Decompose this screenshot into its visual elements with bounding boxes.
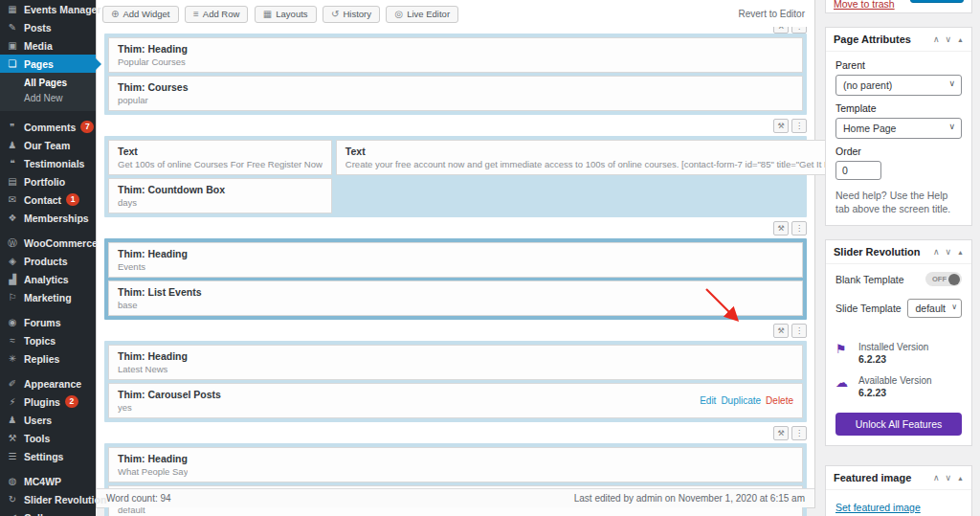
history-button[interactable]: ↺ History bbox=[323, 6, 380, 23]
add-row-button[interactable]: ≡ Add Row bbox=[185, 6, 248, 23]
widget-thim-courses[interactable]: Thim: Courses popular bbox=[108, 76, 803, 111]
widget-thim-list-events[interactable]: Thim: List Events base bbox=[108, 280, 803, 316]
sidebar-item-contact[interactable]: ✉ Contact 1 bbox=[0, 191, 96, 209]
row-controls: ⚒ ⋮ bbox=[104, 422, 807, 443]
sidebar-item-collapse-menu[interactable]: ◀ Collapse menu bbox=[0, 508, 96, 516]
panel-move-down-icon[interactable]: ∨ bbox=[945, 473, 951, 482]
widget-duplicate-link[interactable]: Duplicate bbox=[721, 395, 761, 406]
set-featured-image-link[interactable]: Set featured image bbox=[835, 502, 921, 513]
blank-template-toggle[interactable]: OFF bbox=[925, 272, 962, 286]
sidebar-item-label: Products bbox=[24, 256, 68, 267]
button-label: Add Widget bbox=[122, 9, 169, 19]
sidebar-item-label: Plugins bbox=[24, 396, 60, 408]
sidebar-item-appearance[interactable]: ✐ Appearance bbox=[0, 374, 96, 393]
wrench-icon: ⚒ bbox=[777, 122, 784, 130]
panel-toggle-icon[interactable]: ▲ bbox=[957, 36, 964, 43]
slide-template-select[interactable]: default ∨ bbox=[907, 299, 962, 318]
forums-icon: ◉ bbox=[6, 317, 19, 327]
row-wrench-button[interactable]: ⚒ bbox=[773, 119, 789, 133]
sidebar-item-analytics[interactable]: ▟ Analytics bbox=[0, 270, 96, 288]
bar-chart-icon: ▟ bbox=[6, 274, 19, 284]
widget-thim-heading[interactable]: Thim: Heading Popular Courses bbox=[108, 37, 803, 73]
button-label: Add Row bbox=[203, 9, 240, 19]
sidebar-item-memberships[interactable]: ❖ Memberships bbox=[0, 209, 96, 227]
sidebar-item-products[interactable]: ◈ Products bbox=[0, 252, 96, 270]
revert-to-editor-link[interactable]: Revert to Editor bbox=[739, 9, 805, 19]
sidebar-item-replies[interactable]: ✳ Replies bbox=[0, 349, 96, 368]
drag-handle-icon: ⋮ bbox=[795, 27, 803, 31]
sidebar-item-our-team[interactable]: ♟ Our Team bbox=[0, 136, 96, 154]
widget-title: Thim: Heading bbox=[118, 42, 188, 56]
help-text: Need help? Use the Help tab above the sc… bbox=[835, 189, 962, 215]
sidebar-item-marketing[interactable]: ⚐ Marketing bbox=[0, 288, 96, 306]
pencil-icon: ✎ bbox=[6, 22, 19, 33]
live-editor-button[interactable]: ◎ Live Editor bbox=[386, 6, 458, 23]
sidebar-item-events-manager[interactable]: ▦ Events Manager bbox=[0, 0, 96, 18]
layouts-button[interactable]: ▦ Layouts bbox=[255, 6, 317, 23]
widget-thim-heading[interactable]: Thim: Heading What People Say bbox=[108, 447, 803, 482]
sidebar-item-pages[interactable]: ❏ Pages bbox=[0, 55, 96, 73]
update-button[interactable]: Update bbox=[910, 0, 964, 3]
panel-move-up-icon[interactable]: ∧ bbox=[933, 247, 940, 257]
sidebar-item-posts[interactable]: ✎ Posts bbox=[0, 18, 96, 36]
sidebar-item-settings[interactable]: ☰ Settings bbox=[0, 447, 96, 465]
sidebar-item-topics[interactable]: ≈ Topics bbox=[0, 331, 96, 349]
sidebar-item-users[interactable]: ♟ Users bbox=[0, 411, 96, 429]
sidebar-item-testimonials[interactable]: ❝ Testimonials bbox=[0, 154, 96, 172]
sidebar-item-forums[interactable]: ◉ Forums bbox=[0, 313, 96, 331]
row-move-handle[interactable]: ⋮ bbox=[791, 27, 807, 34]
sidebar-item-woocommerce[interactable]: Ⓦ WooCommerce bbox=[0, 234, 96, 252]
row-wrench-button[interactable]: ⚒ bbox=[773, 27, 789, 34]
panel-move-down-icon[interactable]: ∨ bbox=[945, 247, 951, 257]
widget-thim-heading[interactable]: Thim: Heading Events bbox=[108, 242, 803, 278]
sidebar-item-portfolio[interactable]: ▤ Portfolio bbox=[0, 172, 96, 191]
sidebar-item-add-new[interactable]: Add New bbox=[0, 91, 96, 106]
sidebar-item-slider-revolution[interactable]: ↻ Slider Revolution bbox=[0, 490, 96, 508]
widget-thim-heading[interactable]: Thim: Heading Latest News bbox=[108, 345, 803, 380]
publish-box: Move to trash Update bbox=[825, 0, 972, 13]
installed-version-number: 6.2.23 bbox=[858, 353, 928, 366]
portfolio-icon: ▤ bbox=[6, 176, 19, 187]
move-to-trash-link[interactable]: Move to trash bbox=[834, 0, 895, 10]
sidebar-item-all-pages[interactable]: All Pages bbox=[0, 76, 96, 91]
sidebar-item-label: Portfolio bbox=[24, 176, 65, 188]
sidebar-item-media[interactable]: ▣ Media bbox=[0, 36, 96, 55]
widget-thim-carousel-posts[interactable]: Thim: Carousel Posts yes Edit Duplicate … bbox=[108, 383, 803, 418]
flag-icon: ⚑ bbox=[835, 342, 858, 356]
menu-separator bbox=[0, 306, 96, 313]
panel-toggle-icon[interactable]: ▲ bbox=[957, 475, 964, 482]
parent-select[interactable]: (no parent) ∨ bbox=[835, 75, 962, 96]
sidebar-item-mc4wp[interactable]: ◍ MC4WP bbox=[0, 472, 96, 490]
add-widget-button[interactable]: ⊕ Add Widget bbox=[102, 6, 179, 23]
panel-move-down-icon[interactable]: ∨ bbox=[945, 34, 951, 44]
panel-move-up-icon[interactable]: ∧ bbox=[933, 473, 940, 482]
widget-subtitle: days bbox=[118, 196, 225, 209]
template-select[interactable]: Home Page ∨ bbox=[835, 118, 962, 139]
order-input[interactable] bbox=[835, 161, 881, 180]
sidebar-item-tools[interactable]: ⚒ Tools bbox=[0, 429, 96, 447]
selected-value: default bbox=[915, 303, 946, 314]
woocommerce-icon: Ⓦ bbox=[6, 236, 19, 250]
admin-sidebar: ▦ Events Manager ✎ Posts ▣ Media ❏ Pages… bbox=[0, 0, 96, 516]
widget-subtitle: yes bbox=[118, 401, 221, 414]
widget-text[interactable]: Text Get 100s of online Courses For Free… bbox=[108, 140, 332, 175]
panel-toggle-icon[interactable]: ▲ bbox=[957, 249, 964, 256]
widget-thim-countdown-box[interactable]: Thim: Countdown Box days bbox=[108, 178, 332, 213]
widget-edit-link[interactable]: Edit bbox=[700, 395, 716, 406]
widget-delete-link[interactable]: Delete bbox=[766, 395, 793, 406]
row-wrench-button[interactable]: ⚒ bbox=[773, 426, 789, 440]
row-move-handle[interactable]: ⋮ bbox=[791, 426, 807, 440]
panel-move-up-icon[interactable]: ∧ bbox=[933, 34, 940, 44]
sidebar-item-plugins[interactable]: ⚡ Plugins 2 bbox=[0, 393, 96, 411]
row-move-handle[interactable]: ⋮ bbox=[791, 324, 807, 338]
drag-handle-icon: ⋮ bbox=[795, 224, 803, 233]
builder-row-latest-news: Thim: Heading Latest News Thim: Carousel… bbox=[104, 341, 807, 422]
unlock-all-features-button[interactable]: Unlock All Features bbox=[835, 413, 962, 436]
row-wrench-button[interactable]: ⚒ bbox=[773, 324, 789, 338]
sidebar-item-comments[interactable]: ❞ Comments 7 bbox=[0, 118, 96, 136]
widget-text[interactable]: Text Create your free account now and ge… bbox=[336, 140, 858, 175]
row-move-handle[interactable]: ⋮ bbox=[791, 221, 807, 236]
brush-icon: ✐ bbox=[6, 378, 19, 389]
row-wrench-button[interactable]: ⚒ bbox=[773, 221, 789, 236]
row-move-handle[interactable]: ⋮ bbox=[791, 119, 807, 133]
